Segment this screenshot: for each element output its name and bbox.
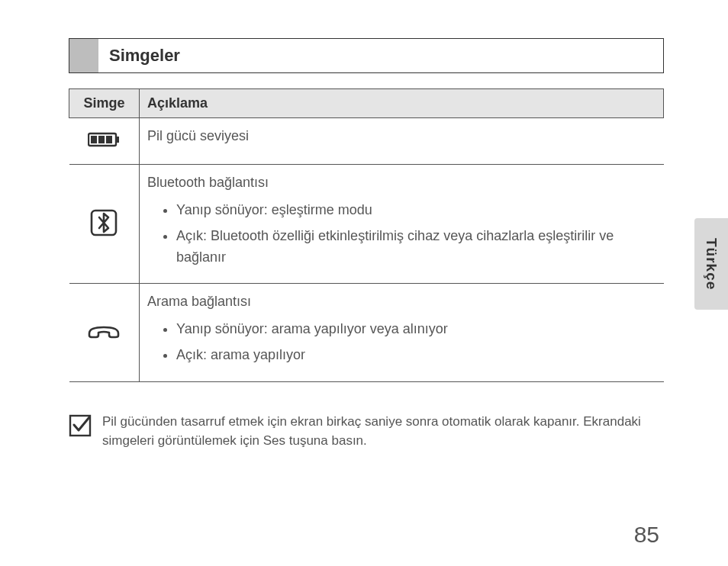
table-row: Bluetooth bağlantısı Yanıp sönüyor: eşle… [69, 164, 664, 284]
col-header-icon: Simge [69, 89, 140, 118]
table-row: Pil gücü seviyesi [69, 118, 664, 165]
checkbox-icon [69, 414, 92, 437]
desc-title: Pil gücü seviyesi [147, 126, 656, 147]
svg-rect-1 [116, 137, 119, 143]
language-tab: Türkçe [694, 218, 728, 310]
icon-cell [69, 118, 140, 165]
svg-rect-2 [91, 136, 97, 143]
desc-cell: Arama bağlantısı Yanıp sönüyor: arama ya… [140, 284, 664, 382]
bullet-item: Yanıp sönüyor: arama yapılıyor veya alın… [176, 319, 656, 340]
bluetooth-icon [89, 208, 118, 237]
desc-bullets: Yanıp sönüyor: arama yapılıyor veya alın… [147, 319, 656, 366]
svg-rect-4 [106, 136, 112, 143]
table-row: Arama bağlantısı Yanıp sönüyor: arama ya… [69, 284, 664, 382]
note-text: Pil gücünden tasarruf etmek için ekran b… [102, 413, 664, 450]
page-content: Simgeler Simge Açıklama [69, 38, 664, 450]
bullet-item: Açık: arama yapılıyor [176, 345, 656, 366]
section-accent [69, 39, 98, 72]
col-header-desc: Açıklama [140, 89, 664, 118]
phone-icon [86, 323, 121, 339]
section-header: Simgeler [69, 38, 664, 73]
icons-table: Simge Açıklama Pil gücü seviyes [69, 88, 664, 382]
desc-cell: Bluetooth bağlantısı Yanıp sönüyor: eşle… [140, 164, 664, 284]
note-block: Pil gücünden tasarruf etmek için ekran b… [69, 413, 664, 450]
bullet-item: Açık: Bluetooth özelliği etkinleştirilmi… [176, 226, 656, 269]
bullet-item: Yanıp sönüyor: eşleştirme modu [176, 200, 656, 221]
page-number: 85 [634, 522, 659, 548]
icon-cell [69, 284, 140, 382]
icon-cell [69, 164, 140, 284]
svg-rect-3 [98, 136, 105, 143]
desc-title: Arama bağlantısı [147, 291, 656, 313]
section-title: Simgeler [98, 39, 180, 72]
desc-cell: Pil gücü seviyesi [140, 118, 664, 165]
language-label: Türkçe [703, 238, 720, 290]
desc-title: Bluetooth bağlantısı [147, 172, 656, 194]
battery-icon [88, 131, 120, 148]
desc-bullets: Yanıp sönüyor: eşleştirme modu Açık: Blu… [147, 200, 656, 269]
